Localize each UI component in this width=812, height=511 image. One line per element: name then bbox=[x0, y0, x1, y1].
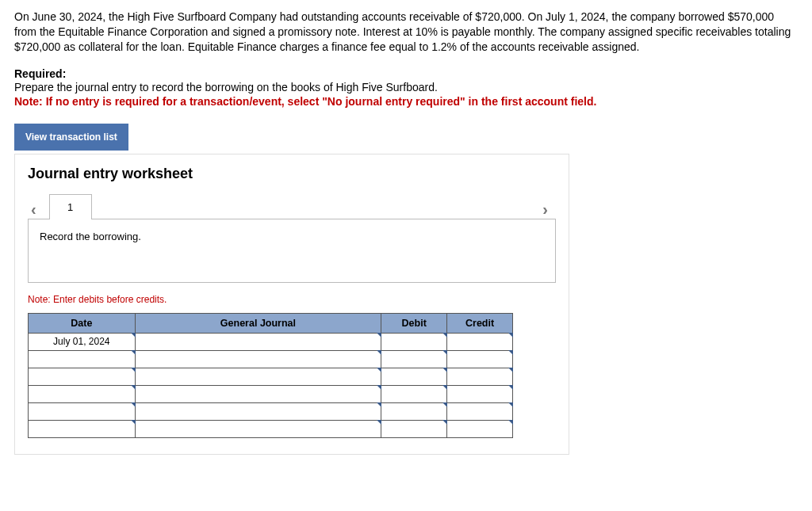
debit-cell[interactable] bbox=[381, 333, 447, 350]
debit-cell[interactable] bbox=[381, 420, 447, 437]
table-row bbox=[29, 402, 513, 420]
dropdown-icon bbox=[508, 420, 513, 425]
credit-cell[interactable] bbox=[447, 385, 513, 402]
table-row bbox=[29, 420, 513, 437]
header-debit: Debit bbox=[381, 313, 447, 333]
dropdown-icon bbox=[508, 385, 513, 390]
debit-cell[interactable] bbox=[381, 368, 447, 385]
general-journal-cell[interactable] bbox=[135, 350, 381, 368]
credit-cell[interactable] bbox=[447, 350, 513, 368]
date-cell[interactable]: July 01, 2024 bbox=[29, 333, 136, 350]
table-row bbox=[29, 385, 513, 402]
header-date: Date bbox=[29, 313, 136, 333]
transaction-description: Record the borrowing. bbox=[28, 219, 556, 283]
table-row: July 01, 2024 bbox=[29, 333, 513, 350]
debit-cell[interactable] bbox=[381, 385, 447, 402]
header-general-journal: General Journal bbox=[135, 313, 381, 333]
credit-cell[interactable] bbox=[447, 402, 513, 420]
general-journal-cell[interactable] bbox=[135, 402, 381, 420]
chevron-right-icon[interactable]: › bbox=[538, 200, 553, 219]
tabs-row: ‹ 1 › bbox=[15, 190, 569, 219]
worksheet-title: Journal entry worksheet bbox=[15, 154, 569, 190]
general-journal-cell[interactable] bbox=[135, 333, 381, 350]
debit-cell[interactable] bbox=[381, 402, 447, 420]
required-block: Required: Prepare the journal entry to r… bbox=[14, 67, 798, 108]
dropdown-icon bbox=[508, 402, 513, 407]
general-journal-cell[interactable] bbox=[135, 420, 381, 437]
header-credit: Credit bbox=[447, 313, 513, 333]
tab-1[interactable]: 1 bbox=[49, 194, 92, 219]
general-journal-cell[interactable] bbox=[135, 368, 381, 385]
credit-cell[interactable] bbox=[447, 368, 513, 385]
chevron-left-icon[interactable]: ‹ bbox=[26, 200, 41, 219]
date-value: July 01, 2024 bbox=[53, 336, 109, 347]
debits-before-credits-note: Note: Enter debits before credits. bbox=[15, 283, 569, 313]
dropdown-icon bbox=[508, 333, 513, 337]
date-cell[interactable] bbox=[29, 420, 136, 437]
general-journal-cell[interactable] bbox=[135, 385, 381, 402]
table-row bbox=[29, 350, 513, 368]
required-note: Note: If no entry is required for a tran… bbox=[14, 95, 798, 108]
debit-cell[interactable] bbox=[381, 350, 447, 368]
table-row bbox=[29, 368, 513, 385]
view-transaction-list-button[interactable]: View transaction list bbox=[14, 124, 128, 151]
problem-statement: On June 30, 2024, the High Five Surfboar… bbox=[14, 10, 798, 55]
required-instruction: Prepare the journal entry to record the … bbox=[14, 80, 798, 95]
credit-cell[interactable] bbox=[447, 333, 513, 350]
journal-entry-worksheet: Journal entry worksheet ‹ 1 › Record the… bbox=[14, 154, 569, 455]
date-cell[interactable] bbox=[29, 385, 136, 402]
date-cell[interactable] bbox=[29, 402, 136, 420]
dropdown-icon bbox=[508, 350, 513, 355]
date-cell[interactable] bbox=[29, 368, 136, 385]
journal-entry-table: Date General Journal Debit Credit July 0… bbox=[28, 313, 513, 438]
dropdown-icon bbox=[508, 368, 513, 372]
credit-cell[interactable] bbox=[447, 420, 513, 437]
required-label: Required: bbox=[14, 67, 798, 80]
date-cell[interactable] bbox=[29, 350, 136, 368]
